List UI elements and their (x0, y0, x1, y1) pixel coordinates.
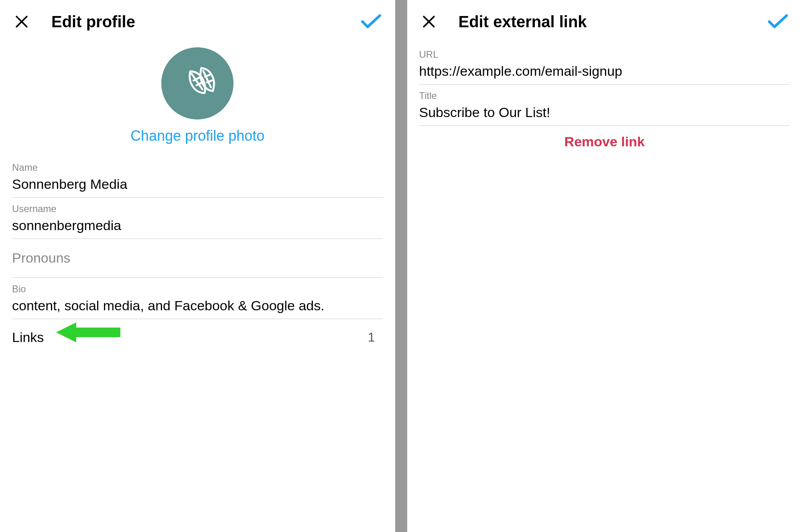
check-icon (767, 14, 788, 30)
bio-field[interactable]: Bio content, social media, and Facebook … (12, 278, 383, 319)
page-title: Edit external link (459, 13, 766, 31)
pronouns-field[interactable]: Pronouns (12, 239, 383, 278)
leaf-icon (173, 59, 221, 107)
annotation-arrow (56, 320, 120, 344)
username-field[interactable]: Username sonnenbergmedia (12, 198, 383, 239)
title-value: Subscribe to Our List! (419, 105, 790, 121)
edit-link-panel: Edit external link URL https://example.c… (407, 0, 802, 532)
close-icon (421, 14, 437, 29)
links-row[interactable]: Links 1 (12, 319, 383, 345)
close-button[interactable] (419, 12, 439, 31)
bio-label: Bio (12, 283, 383, 295)
name-value: Sonnenberg Media (12, 176, 383, 192)
name-label: Name (12, 162, 383, 173)
name-field[interactable]: Name Sonnenberg Media (12, 156, 383, 198)
links-label: Links (12, 330, 44, 345)
url-value: https://example.com/email-signup (419, 63, 790, 79)
username-value: sonnenbergmedia (12, 218, 383, 234)
remove-link-button[interactable]: Remove link (419, 134, 790, 150)
edit-profile-panel: Edit profile (0, 0, 395, 532)
title-label: Title (419, 90, 790, 101)
close-icon (14, 14, 29, 29)
title-field[interactable]: Title Subscribe to Our List! (419, 85, 790, 126)
close-button[interactable] (12, 12, 31, 31)
username-label: Username (12, 203, 383, 214)
panel-divider (395, 0, 407, 532)
pronouns-label: Pronouns (12, 250, 383, 266)
arrow-left-icon (56, 320, 120, 344)
links-count: 1 (368, 330, 383, 345)
page-title: Edit profile (51, 13, 359, 31)
confirm-button[interactable] (359, 12, 383, 31)
url-label: URL (419, 49, 790, 60)
bio-value: content, social media, and Facebook & Go… (12, 298, 383, 314)
avatar-section: Change profile photo (12, 47, 383, 144)
edit-profile-header: Edit profile (12, 8, 383, 43)
confirm-button[interactable] (766, 12, 790, 31)
change-photo-link[interactable]: Change profile photo (130, 127, 264, 144)
check-icon (361, 14, 382, 30)
svg-marker-8 (56, 322, 120, 342)
edit-link-header: Edit external link (419, 8, 790, 43)
url-field[interactable]: URL https://example.com/email-signup (419, 43, 790, 85)
avatar[interactable] (161, 47, 233, 119)
